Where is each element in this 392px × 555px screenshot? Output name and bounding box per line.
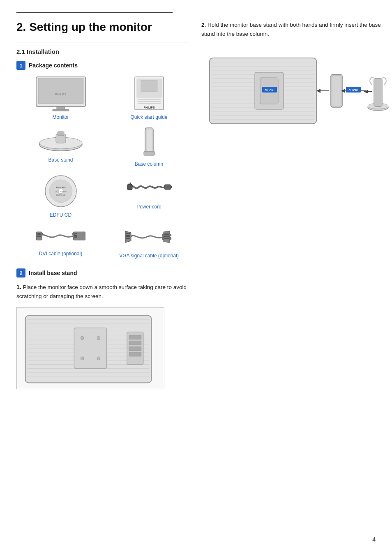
- svg-text:LCD monitor: LCD monitor: [55, 190, 66, 193]
- svg-point-33: [40, 233, 43, 235]
- right-column: 2. Hold the monitor base stand with both…: [201, 21, 390, 138]
- dvi-cable-icon: [36, 224, 85, 248]
- install-base-stand-label: Install base stand: [29, 270, 77, 276]
- vga-cable-icon: [125, 224, 174, 250]
- step2-body: Hold the monitor base stand with both ha…: [201, 22, 381, 37]
- quick-start-guide-icon: PHILIPS: [129, 75, 170, 112]
- monitor-label: Monitor: [52, 114, 69, 120]
- package-item-base-stand: Base stand: [21, 126, 101, 167]
- svg-point-32: [36, 233, 38, 235]
- svg-point-39: [84, 233, 85, 235]
- face-down-illustration-container: [16, 307, 189, 391]
- svg-rect-18: [144, 151, 154, 155]
- step2-text: 2. Hold the monitor base stand with both…: [201, 21, 390, 38]
- vga-cable-label: VGA signal cable (optional): [119, 253, 179, 259]
- svg-point-38: [72, 233, 75, 235]
- svg-point-72: [97, 357, 100, 360]
- svg-rect-41: [126, 233, 130, 234]
- step1-text: 1. Place the monitor face down a smooth …: [16, 282, 189, 301]
- section-title: 2. Setting up the monitor: [16, 21, 189, 34]
- svg-rect-46: [164, 236, 169, 237]
- step1-body: Place the monitor face down a smooth sur…: [16, 284, 187, 299]
- base-column-label: Base column: [135, 161, 163, 167]
- subsection-21-title: 2.1 Installation: [16, 48, 189, 55]
- power-cord-label: Power cord: [136, 204, 161, 210]
- svg-point-49: [162, 237, 164, 240]
- svg-rect-3: [53, 109, 69, 111]
- base-column-icon: [135, 126, 164, 159]
- base-stand-label: Base stand: [48, 157, 73, 163]
- step2-number: 2.: [201, 22, 206, 28]
- top-rule: [16, 12, 173, 13]
- step1-number: 1.: [16, 284, 21, 290]
- svg-text:CLICK!: CLICK!: [348, 89, 358, 92]
- section-divider: [16, 42, 189, 42]
- svg-rect-45: [164, 234, 169, 235]
- svg-rect-43: [126, 238, 130, 239]
- svg-rect-28: [164, 185, 171, 190]
- package-item-quickstart: PHILIPS Quick start guide: [109, 75, 189, 120]
- svg-point-70: [97, 336, 100, 340]
- package-item-dvi-cable: DVI cable (optional): [21, 224, 101, 259]
- edfu-cd-icon: PHILIPS LCD monitor EDFU CD: [42, 173, 79, 210]
- page-number: 4: [372, 536, 376, 543]
- install-base-stand-section: 2 Install base stand 1. Place the monito…: [16, 268, 189, 391]
- svg-rect-1: [38, 78, 83, 104]
- svg-rect-68: [74, 328, 106, 369]
- dvi-cable-label: DVI cable (optional): [39, 251, 82, 257]
- svg-point-71: [81, 357, 84, 360]
- left-column: 2. Setting up the monitor 2.1 Installati…: [16, 21, 189, 391]
- svg-marker-99: [316, 89, 321, 93]
- section-title-text: Setting up the monitor: [29, 21, 152, 33]
- step2-illustration-container: CLICK! CLICK!: [201, 46, 390, 136]
- svg-rect-15: [58, 132, 64, 136]
- package-item-vga-cable: VGA signal cable (optional): [109, 224, 189, 259]
- package-badge: 1: [16, 61, 25, 70]
- package-item-power-cord: Power cord: [109, 173, 189, 218]
- edfu-cd-label: EDFU CD: [50, 212, 71, 218]
- monitor-icon: PHILIPS: [34, 75, 88, 112]
- package-item-edfu-cd: PHILIPS LCD monitor EDFU CD EDFU CD: [21, 173, 101, 218]
- package-item-monitor: PHILIPS Monitor: [21, 75, 101, 120]
- section-number: 2: [16, 21, 23, 33]
- svg-rect-47: [164, 238, 169, 239]
- svg-text:EDFU CD: EDFU CD: [56, 194, 65, 196]
- svg-rect-77: [129, 352, 141, 356]
- base-stand-icon: [36, 126, 85, 155]
- install-base-stand-header: 2 Install base stand: [16, 268, 189, 278]
- two-column-layout: 2. Setting up the monitor 2.1 Installati…: [16, 21, 376, 391]
- svg-point-51: [169, 237, 171, 240]
- package-item-base-column: Base column: [109, 126, 189, 167]
- svg-point-50: [169, 234, 171, 236]
- install-stand-svg: CLICK! CLICK!: [201, 46, 390, 136]
- package-contents-label: Package contents: [29, 62, 78, 69]
- svg-text:CLICK!: CLICK!: [265, 89, 274, 92]
- svg-text:PHILIPS: PHILIPS: [143, 106, 155, 109]
- svg-rect-42: [126, 235, 130, 237]
- svg-rect-36: [74, 235, 77, 236]
- package-contents-section: 1 Package contents: [16, 61, 189, 259]
- svg-rect-74: [129, 335, 141, 340]
- package-grid: PHILIPS Monitor: [21, 75, 189, 259]
- face-down-monitor-svg: [16, 307, 164, 389]
- svg-text:PHILIPS: PHILIPS: [56, 186, 65, 189]
- svg-rect-75: [129, 341, 141, 345]
- svg-rect-7: [141, 80, 157, 92]
- package-contents-header: 1 Package contents: [16, 61, 189, 70]
- svg-text:PHILIPS: PHILIPS: [55, 93, 66, 96]
- svg-rect-17: [146, 129, 152, 151]
- quick-start-guide-label: Quick start guide: [130, 114, 167, 120]
- power-cord-icon: [127, 173, 172, 201]
- svg-rect-25: [127, 184, 132, 190]
- svg-rect-31: [37, 236, 41, 237]
- svg-rect-108: [374, 79, 382, 106]
- svg-rect-37: [74, 236, 77, 238]
- svg-rect-101: [332, 76, 341, 106]
- svg-point-69: [81, 336, 84, 340]
- page-container: 2. Setting up the monitor 2.1 Installati…: [0, 0, 392, 555]
- svg-point-48: [162, 234, 164, 236]
- install-badge: 2: [16, 268, 25, 278]
- svg-rect-76: [129, 347, 141, 351]
